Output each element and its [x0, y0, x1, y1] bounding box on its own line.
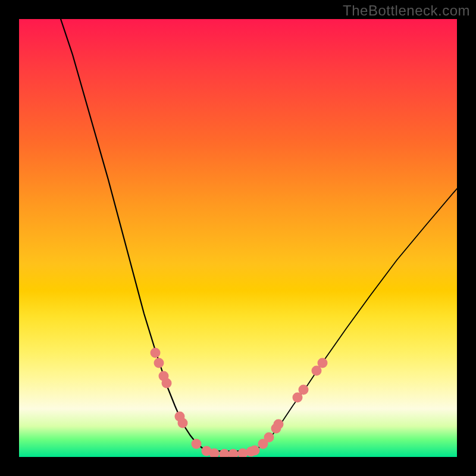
- dot: [162, 378, 172, 389]
- dot: [318, 358, 328, 368]
- dot: [228, 449, 239, 458]
- dot: [274, 419, 284, 430]
- dot: [151, 348, 161, 358]
- dot: [220, 449, 230, 458]
- curve-right: [254, 189, 457, 451]
- dot: [299, 385, 309, 395]
- plot-area: [19, 19, 457, 457]
- watermark-text: TheBottleneck.com: [343, 2, 470, 19]
- dot: [250, 446, 260, 456]
- outer-frame: TheBottleneck.com: [0, 0, 476, 476]
- dot: [264, 433, 274, 443]
- curve-left: [61, 19, 206, 451]
- scatter-dots: [151, 348, 328, 458]
- dot: [178, 418, 188, 428]
- dot: [154, 358, 164, 368]
- dot: [192, 439, 202, 449]
- curves-svg: [19, 19, 457, 457]
